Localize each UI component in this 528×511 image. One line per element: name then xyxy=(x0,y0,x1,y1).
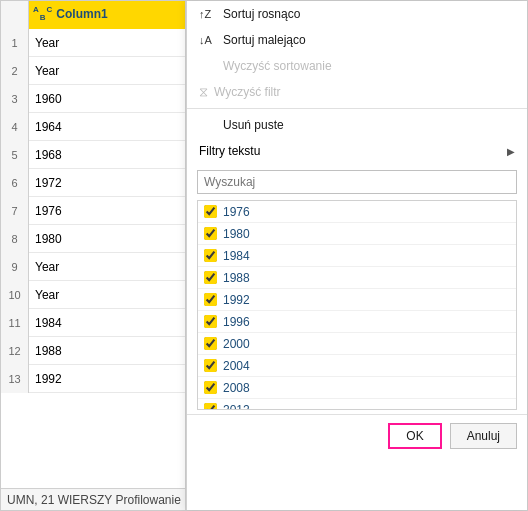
remove-empty-item[interactable]: Usuń puste xyxy=(187,112,527,138)
checkbox-list: 1976198019841988199219962000200420082012… xyxy=(197,200,517,410)
text-filters-item[interactable]: Filtry tekstu ▶ xyxy=(187,138,527,164)
table-row: 12 1988 xyxy=(1,337,185,365)
row-value: 1992 xyxy=(29,372,185,386)
checkbox-input[interactable] xyxy=(204,381,217,394)
separator-1 xyxy=(187,108,527,109)
text-filters-label: Filtry tekstu xyxy=(199,144,260,158)
row-value: Year xyxy=(29,36,185,50)
table-row: 1 Year xyxy=(1,29,185,57)
checkbox-input[interactable] xyxy=(204,337,217,350)
row-number: 1 xyxy=(1,29,29,57)
table-row: 2 Year xyxy=(1,57,185,85)
row-value: 1980 xyxy=(29,232,185,246)
button-row: OK Anuluj xyxy=(187,414,527,457)
checkbox-label: 1992 xyxy=(223,293,250,307)
table-row: 13 1992 xyxy=(1,365,185,393)
row-number: 9 xyxy=(1,253,29,281)
row-value: Year xyxy=(29,64,185,78)
row-value: 1964 xyxy=(29,120,185,134)
checkbox-item[interactable]: 1980 xyxy=(198,223,516,245)
row-value: 1976 xyxy=(29,204,185,218)
checkbox-item[interactable]: 2004 xyxy=(198,355,516,377)
clear-sort-label: Wyczyść sortowanie xyxy=(223,59,332,73)
row-value: 1972 xyxy=(29,176,185,190)
checkbox-label: 2004 xyxy=(223,359,250,373)
checkbox-input[interactable] xyxy=(204,249,217,262)
row-value: 1984 xyxy=(29,316,185,330)
checkbox-item[interactable]: 2012 xyxy=(198,399,516,410)
remove-empty-label: Usuń puste xyxy=(223,118,284,132)
checkbox-input[interactable] xyxy=(204,227,217,240)
table-header: ABC Column1 xyxy=(1,1,185,29)
checkbox-label: 1996 xyxy=(223,315,250,329)
sort-desc-item[interactable]: ↓A Sortuj malejąco xyxy=(187,27,527,53)
search-input[interactable] xyxy=(197,170,517,194)
row-number: 6 xyxy=(1,169,29,197)
checkbox-label: 1980 xyxy=(223,227,250,241)
search-box-wrap xyxy=(187,164,527,200)
table-row: 4 1964 xyxy=(1,113,185,141)
sort-asc-item[interactable]: ↑Z Sortuj rosnąco xyxy=(187,1,527,27)
row-value: Year xyxy=(29,288,185,302)
sort-desc-icon: ↓A xyxy=(199,34,217,46)
sort-asc-icon: ↑Z xyxy=(199,8,217,20)
col-header-label: Column1 xyxy=(56,7,107,21)
checkbox-input[interactable] xyxy=(204,403,217,410)
checkbox-input[interactable] xyxy=(204,205,217,218)
table-row: 5 1968 xyxy=(1,141,185,169)
checkbox-item[interactable]: 1984 xyxy=(198,245,516,267)
table-row: 3 1960 xyxy=(1,85,185,113)
checkbox-label: 2000 xyxy=(223,337,250,351)
table-row: 6 1972 xyxy=(1,169,185,197)
table-body: 1 Year 2 Year 3 1960 4 1964 5 1968 6 197… xyxy=(1,29,185,488)
row-value: 1988 xyxy=(29,344,185,358)
row-number: 13 xyxy=(1,365,29,393)
ok-button[interactable]: OK xyxy=(388,423,441,449)
filter-menu: ↑Z Sortuj rosnąco ↓A Sortuj malejąco Wyc… xyxy=(186,1,527,510)
table-row: 11 1984 xyxy=(1,309,185,337)
checkbox-input[interactable] xyxy=(204,315,217,328)
checkbox-label: 1984 xyxy=(223,249,250,263)
row-number: 5 xyxy=(1,141,29,169)
row-number: 3 xyxy=(1,85,29,113)
checkbox-item[interactable]: 1992 xyxy=(198,289,516,311)
checkbox-input[interactable] xyxy=(204,359,217,372)
sort-desc-label: Sortuj malejąco xyxy=(223,33,306,47)
clear-filter-label: Wyczyść filtr xyxy=(214,85,281,99)
checkbox-label: 1988 xyxy=(223,271,250,285)
row-number: 2 xyxy=(1,57,29,85)
row-number: 8 xyxy=(1,225,29,253)
checkbox-input[interactable] xyxy=(204,271,217,284)
cancel-button[interactable]: Anuluj xyxy=(450,423,517,449)
checkbox-label: 2008 xyxy=(223,381,250,395)
table-row: 7 1976 xyxy=(1,197,185,225)
checkbox-item[interactable]: 2008 xyxy=(198,377,516,399)
checkbox-label: 2012 xyxy=(223,403,250,411)
clear-sort-item: Wyczyść sortowanie xyxy=(187,53,527,79)
checkbox-input[interactable] xyxy=(204,293,217,306)
arrow-right-icon: ▶ xyxy=(507,146,515,157)
row-number: 4 xyxy=(1,113,29,141)
row-number: 11 xyxy=(1,309,29,337)
checkbox-label: 1976 xyxy=(223,205,250,219)
row-number: 7 xyxy=(1,197,29,225)
row-value: 1960 xyxy=(29,92,185,106)
row-number: 12 xyxy=(1,337,29,365)
column-header[interactable]: ABC Column1 xyxy=(29,1,185,29)
checkbox-item[interactable]: 1976 xyxy=(198,201,516,223)
status-text: UMN, 21 WIERSZY Profilowanie kolumn... xyxy=(7,493,185,507)
filter-icon: ⧖ xyxy=(199,84,208,100)
clear-filter-row: ⧖ Wyczyść filtr xyxy=(187,79,527,105)
table-row: 10 Year xyxy=(1,281,185,309)
row-value: Year xyxy=(29,260,185,274)
checkbox-item[interactable]: 2000 xyxy=(198,333,516,355)
row-num-header xyxy=(1,1,29,29)
checkbox-item[interactable]: 1988 xyxy=(198,267,516,289)
row-number: 10 xyxy=(1,281,29,309)
table-row: 9 Year xyxy=(1,253,185,281)
checkbox-item[interactable]: 1996 xyxy=(198,311,516,333)
status-bar: UMN, 21 WIERSZY Profilowanie kolumn... xyxy=(1,488,185,510)
row-value: 1968 xyxy=(29,148,185,162)
col-type-icon: ABC xyxy=(33,5,52,22)
table-row: 8 1980 xyxy=(1,225,185,253)
